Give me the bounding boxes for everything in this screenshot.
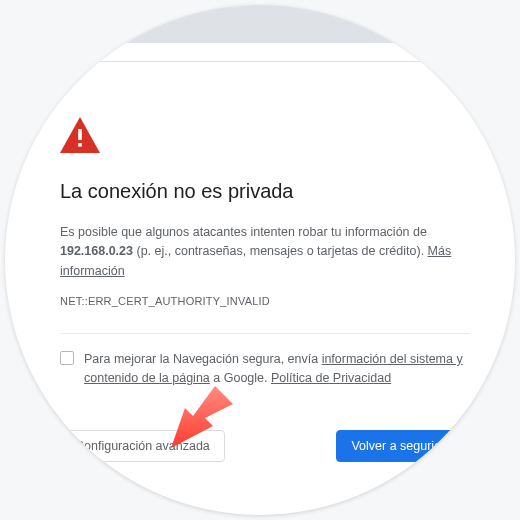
ssl-warning-page: La conexión no es privada Es posible que…: [5, 77, 515, 515]
warning-icon: [60, 117, 470, 156]
optin-text: Para mejorar la Navegación segura, envía…: [84, 350, 470, 388]
advanced-button[interactable]: Configuración avanzada: [60, 430, 225, 462]
warning-heading: La conexión no es privada: [60, 180, 470, 203]
svg-rect-2: [78, 143, 82, 147]
warning-body-pre: Es posible que algunos atacantes intente…: [60, 225, 427, 239]
warning-body: Es posible que algunos atacantes intente…: [60, 223, 470, 281]
warning-host: 192.168.0.23: [60, 244, 133, 258]
optin-pre: Para mejorar la Navegación segura, envía: [84, 352, 322, 366]
privacy-policy-link[interactable]: Política de Privacidad: [271, 371, 391, 385]
browser-tab-strip: [5, 5, 515, 43]
back-to-safety-button[interactable]: Volver a seguridad: [336, 430, 470, 462]
warning-body-post: (p. ej., contraseñas, mensajes o tarjeta…: [133, 244, 428, 258]
divider: [60, 333, 470, 334]
button-row: Configuración avanzada Volver a segurida…: [60, 430, 470, 462]
error-code: NET::ERR_CERT_AUTHORITY_INVALID: [60, 295, 470, 307]
safe-browsing-optin: Para mejorar la Navegación segura, envía…: [60, 350, 470, 388]
optin-checkbox[interactable]: [60, 351, 74, 365]
svg-rect-1: [78, 129, 82, 140]
optin-mid: a Google.: [210, 371, 271, 385]
toolbar-divider: [5, 61, 515, 62]
